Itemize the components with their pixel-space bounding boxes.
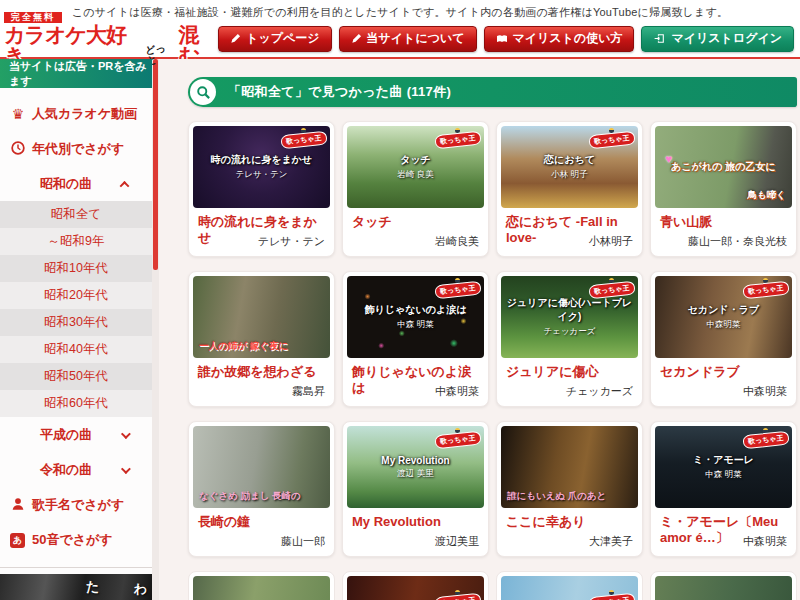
video-artist: チェッカーズ xyxy=(566,384,633,399)
group-label: 昭和の曲 xyxy=(40,175,92,193)
group-label: 令和の曲 xyxy=(40,461,92,479)
sidebar: 当サイトは広告・PRを含みます ♛ 人気カラオケ動画 年代別でさがす 昭和の曲 … xyxy=(0,59,152,600)
video-card[interactable]: 歌っちゃ王 ミ・アモーレ 中森 明菜 ミ・アモーレ〔Meu amor é…〕 中… xyxy=(650,421,797,557)
sidebar-subitem-showa-40s[interactable]: 昭和40年代 xyxy=(0,336,152,363)
video-title[interactable]: 青い山脈 xyxy=(655,208,792,230)
video-thumbnail: 歌っちゃ王 xyxy=(347,576,484,600)
video-thumbnail: 歌っちゃ王 ジュリアに傷心(ハートブレイク) チェッカーズ xyxy=(501,276,638,358)
video-thumbnail: 歌っちゃ王 時の流れに身をまかせ テレサ・テン xyxy=(193,126,330,208)
video-card[interactable]: 歌っちゃ王 xyxy=(342,571,489,600)
video-grid-partial-row: 歌っちゃ王 歌っちゃ王 xyxy=(188,571,800,600)
utacchao-badge: 歌っちゃ王 xyxy=(435,278,481,297)
video-card[interactable]: 歌っちゃ王 飾りじゃないのよ涙は 中森 明菜 飾りじゃないのよ涙は 中森明菜 xyxy=(342,271,489,407)
chevron-down-icon xyxy=(121,464,131,474)
sidebar-subitem-showa-9[interactable]: ～昭和9年 xyxy=(0,228,152,255)
utacchao-badge: 歌っちゃ王 xyxy=(743,278,789,297)
video-title[interactable]: 長崎の鐘 xyxy=(193,508,330,530)
scrollbar-thumb[interactable] xyxy=(153,59,158,270)
video-artist: 霧島昇 xyxy=(292,384,325,399)
video-card[interactable]: 歌っちゃ王 時の流れに身をまかせ テレサ・テン 時の流れに身をまかせ テレサ・テ… xyxy=(188,121,335,257)
utacchao-badge: 歌っちゃ王 xyxy=(743,428,789,447)
nav-about-button[interactable]: 当サイトについて xyxy=(339,26,477,52)
sidebar-subitem-showa-50s[interactable]: 昭和50年代 xyxy=(0,363,152,390)
karaoke-char: わ xyxy=(134,580,147,598)
video-title[interactable]: 誰か故郷を想わざる xyxy=(193,358,330,380)
nav-top-page-button[interactable]: トップページ xyxy=(218,26,331,52)
video-thumbnail: なぐさめ 励まし 長崎の xyxy=(193,426,330,508)
video-artist: 小林明子 xyxy=(589,234,633,249)
utacchao-badge: 歌っちゃ王 xyxy=(589,590,635,600)
utacchao-badge: 歌っちゃ王 xyxy=(589,278,635,297)
video-title[interactable]: タッチ xyxy=(347,208,484,230)
video-card[interactable]: 歌っちゃ王 xyxy=(496,571,643,600)
main-content: 「昭和全て」で見つかった曲 (117件) 歌っちゃ王 時の流れに身をまかせ テレ… xyxy=(159,59,800,600)
utacchao-badge: 歌っちゃ王 xyxy=(435,590,481,600)
video-card[interactable]: 歌っちゃ王 セカンド・ラブ 中森明菜 セカンドラブ 中森明菜 xyxy=(650,271,797,407)
sidebar-subitem-showa-20s[interactable]: 昭和20年代 xyxy=(0,282,152,309)
video-card[interactable]: 一人の姉が 嫁ぐ夜に 誰か故郷を想わざる 霧島昇 xyxy=(188,271,335,407)
sidebar-group-heisei[interactable]: 平成の曲 xyxy=(0,417,152,452)
video-card[interactable]: 歌っちゃ王 タッチ 岩崎 良美 タッチ 岩崎良美 xyxy=(342,121,489,257)
sidebar-video-thumbnail[interactable]: た わ xyxy=(0,574,152,600)
video-artist: 藤山一郎 xyxy=(281,534,325,549)
nav-mylist-login-button[interactable]: マイリストログイン xyxy=(641,26,794,52)
video-thumbnail: 歌っちゃ王 タッチ 岩崎 良美 xyxy=(347,126,484,208)
video-card[interactable]: 誰にもいえぬ 爪のあと ここに幸あり 大津美子 xyxy=(496,421,643,557)
sidebar-divider xyxy=(0,567,152,568)
sidebar-group-showa[interactable]: 昭和の曲 xyxy=(0,166,152,201)
video-title[interactable]: ジュリアに傷心 xyxy=(501,358,638,380)
group-label: 平成の曲 xyxy=(40,426,92,444)
kana-icon: あ xyxy=(10,533,26,548)
search-result-header: 「昭和全て」で見つかった曲 (117件) xyxy=(188,77,797,107)
video-title[interactable]: My Revolution xyxy=(347,508,484,530)
utacchao-badge: 歌っちゃ王 xyxy=(435,428,481,447)
sidebar-subitem-showa-60s[interactable]: 昭和60年代 xyxy=(0,390,152,417)
ad-notice-bar: 当サイトは広告・PRを含みます xyxy=(0,59,152,88)
chevron-up-icon xyxy=(120,180,130,190)
nav-label: マイリストログイン xyxy=(671,30,782,47)
pencil-icon xyxy=(230,33,241,44)
nav-label: 当サイトについて xyxy=(367,30,465,47)
nav-label: トップページ xyxy=(246,30,319,47)
sidebar-item-by-era[interactable]: 年代別でさがす xyxy=(0,131,152,166)
sidebar-scrollbar[interactable] xyxy=(152,59,159,600)
video-title[interactable]: ここに幸あり xyxy=(501,508,638,530)
sidebar-item-label: 年代別でさがす xyxy=(32,140,124,158)
sidebar-subitem-showa-all[interactable]: 昭和全て xyxy=(0,201,152,228)
sidebar-item-by-singer[interactable]: 歌手名でさがす xyxy=(0,487,152,522)
book-icon xyxy=(496,33,508,45)
search-icon xyxy=(190,79,216,105)
video-thumbnail xyxy=(193,576,330,600)
sidebar-subitem-showa-30s[interactable]: 昭和30年代 xyxy=(0,309,152,336)
video-title[interactable]: セカンドラブ xyxy=(655,358,792,380)
video-card[interactable]: 歌っちゃ王 ジュリアに傷心(ハートブレイク) チェッカーズ ジュリアに傷心 チェ… xyxy=(496,271,643,407)
sidebar-item-popular[interactable]: ♛ 人気カラオケ動画 xyxy=(0,96,152,131)
video-card[interactable] xyxy=(650,571,797,600)
video-thumbnail: 誰にもいえぬ 爪のあと xyxy=(501,426,638,508)
video-thumbnail: 歌っちゃ王 恋におちて 小林 明子 xyxy=(501,126,638,208)
video-artist: 中森明菜 xyxy=(435,384,479,399)
free-badge: 完全無料 xyxy=(4,12,62,23)
video-thumbnail: 歌っちゃ王 飾りじゃないのよ涙は 中森 明菜 xyxy=(347,276,484,358)
site-logo[interactable]: 完全無料 カラオケ大好き どっと 混む xyxy=(4,12,218,66)
sidebar-subitem-showa-10s[interactable]: 昭和10年代 xyxy=(0,255,152,282)
video-artist: 中森明菜 xyxy=(743,534,787,549)
utacchao-badge: 歌っちゃ王 xyxy=(281,128,327,147)
video-card[interactable]: 歌っちゃ王 My Revolution 渡辺 美里 My Revolution … xyxy=(342,421,489,557)
sidebar-group-reiwa[interactable]: 令和の曲 xyxy=(0,452,152,487)
video-grid: 歌っちゃ王 時の流れに身をまかせ テレサ・テン 時の流れに身をまかせ テレサ・テ… xyxy=(188,121,800,557)
utacchao-badge: 歌っちゃ王 xyxy=(589,128,635,147)
header-nav: トップページ 当サイトについて マイリストの使い方 マイリストログイン xyxy=(218,26,794,52)
nav-mylist-guide-button[interactable]: マイリストの使い方 xyxy=(484,26,635,52)
person-icon xyxy=(10,497,26,514)
chevron-down-icon xyxy=(121,429,131,439)
video-artist: 大津美子 xyxy=(589,534,633,549)
video-card[interactable]: ♥ あこがれの 旅の乙女に 鳥も啼く 青い山脈 藤山一郎・奈良光枝 xyxy=(650,121,797,257)
nav-label: マイリストの使い方 xyxy=(513,30,623,47)
video-card[interactable] xyxy=(188,571,335,600)
video-card[interactable]: 歌っちゃ王 恋におちて 小林 明子 恋におちて -Fall in love- 小… xyxy=(496,121,643,257)
video-card[interactable]: なぐさめ 励まし 長崎の 長崎の鐘 藤山一郎 xyxy=(188,421,335,557)
utacchao-badge: 歌っちゃ王 xyxy=(435,128,481,147)
sidebar-item-by-kana[interactable]: あ 50音でさがす xyxy=(0,522,152,557)
video-artist: 藤山一郎・奈良光枝 xyxy=(688,234,787,249)
